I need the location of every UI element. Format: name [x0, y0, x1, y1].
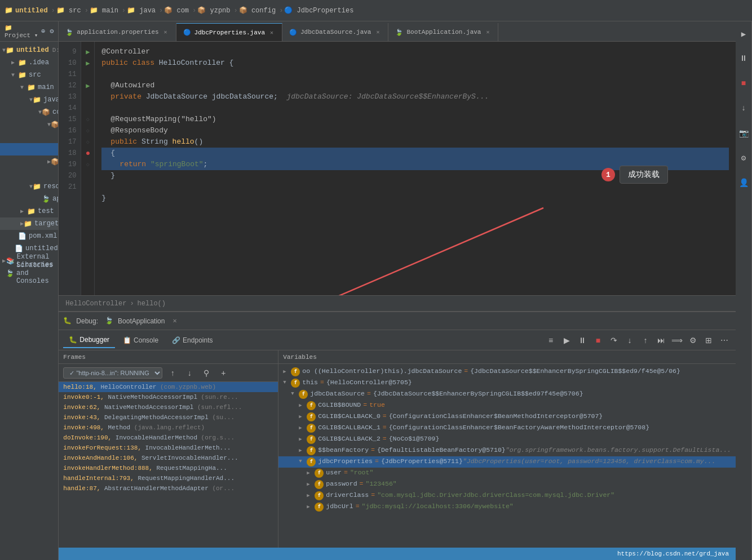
tree-item-config[interactable]: ▼ 📦 config [0, 118, 58, 131]
camera-icon-btn[interactable]: 📷 [736, 125, 751, 141]
frame-item-4[interactable]: doInvoke:190, InvocableHandlerMethod (or… [59, 433, 278, 443]
frames-label: Frames [63, 354, 86, 361]
tree-label: .idea [29, 59, 49, 66]
frames-add-btn[interactable]: + [216, 366, 230, 380]
tree-label: untitled [16, 46, 49, 54]
sidebar-settings-icon[interactable]: ⚙ [50, 27, 54, 35]
frames-filter-btn[interactable]: ⚲ [200, 366, 213, 380]
breadcrumb-src: 📁 src [56, 6, 81, 15]
sidebar-tree: ▼ 📁 untitled D:\IdeaProjects\untitled ▶ … [0, 42, 58, 560]
variables-list: ▶ f oo ((HelloController)this).jdbcDataS… [278, 364, 736, 548]
sidebar-title: 📁 Project ▾ [5, 24, 41, 39]
frame-item-1[interactable]: invoke:62, NativeMethodAccessorImpl (sun… [59, 402, 278, 412]
breadcrumb-method: hello() [138, 300, 166, 308]
tree-item-untitled[interactable]: ▼ 📁 untitled D:\IdeaProjects\untitled [0, 44, 58, 56]
debug-tab-close[interactable]: ✕ [172, 317, 176, 325]
layout-btn[interactable]: ⊞ [702, 334, 715, 347]
frame-item-5[interactable]: invokeForRequest:138, InvocableHandlerMe… [59, 443, 278, 453]
line-numbers: 9 10 11 12 13 14 15 16 17 18 19 20 21 [59, 42, 81, 295]
frames-down-btn[interactable]: ↓ [183, 366, 196, 380]
frame-item-7[interactable]: invokeHandlerMethod:888, RequestMappingH… [59, 463, 278, 473]
resume-btn[interactable]: ▶ [560, 334, 573, 347]
var-cglib-bound[interactable]: ▶ f CGLIB$BOUND = true [278, 400, 736, 411]
var-jdbcproperties[interactable]: ▼ f jdbcProperties = {JdbcProperties@571… [278, 456, 736, 468]
tree-arrow: ▶ [11, 59, 18, 66]
tab-bootapplication[interactable]: 🍃 BootApplication.java ✕ [388, 23, 498, 41]
tree-item-jdbcproperties[interactable]: ▶ 🔵 JdbcProperties [0, 143, 58, 155]
var-this[interactable]: ▼ f this = {HelloController@5705} [278, 377, 736, 389]
var-driverclass[interactable]: ▶ f driverClass = "com.mysql.jdbc.Driver… [278, 490, 736, 501]
tree-item-scratches[interactable]: ▶ 🍃 Scratches and Consoles [0, 267, 58, 279]
var-icon-f: f [307, 424, 316, 433]
tab-close-icon[interactable]: ✕ [162, 29, 169, 35]
step-into-btn[interactable]: ↓ [623, 334, 636, 347]
evaluate-btn[interactable]: ⟹ [670, 334, 684, 347]
debug-area: 🐛 Debug: 🍃 BootApplication ✕ 🐛 Debugger … [59, 311, 736, 548]
tree-item-web[interactable]: ▶ 📦 web [0, 155, 58, 168]
tree-item-bootapp[interactable]: ▶ 🍃 BootApplication [0, 168, 58, 180]
step-over-btn[interactable]: ↷ [607, 334, 621, 347]
endpoints-tab[interactable]: 🔗 Endpoints [166, 332, 218, 348]
tree-item-comyzpnb[interactable]: ▼ 📦 com.yzpnb [0, 106, 58, 118]
var-jdbcdatasource[interactable]: ▼ f jdbcDataSource = {JdbcDataSource$$En… [278, 389, 736, 400]
var-jdbcurl[interactable]: ▶ f jdbcUrl = "jdbc:mysql://localhost:33… [278, 501, 736, 513]
tree-item-idea[interactable]: ▶ 📁 .idea [0, 56, 58, 69]
frame-item-0[interactable]: invoke0:-1, NativeMethodAccessorImpl (su… [59, 392, 278, 402]
tab-close-icon[interactable]: ✕ [484, 29, 491, 35]
pause-btn[interactable]: ⏸ [576, 334, 589, 347]
debugger-tab[interactable]: 🐛 Debugger [63, 332, 115, 348]
step-out-btn[interactable]: ↑ [639, 334, 652, 347]
thread-selector[interactable]: ✓ "http-nio-8...in": RUNNING [63, 367, 162, 379]
tab-jdbcproperties[interactable]: 🔵 JdbcProperties.java ✕ [176, 23, 282, 41]
breakpoint-icon[interactable]: ● [86, 149, 90, 158]
editor-content[interactable]: 9 10 11 12 13 14 15 16 17 18 19 20 21 ▶ [59, 42, 736, 295]
frame-item-3[interactable]: invoke:498, Method (java.lang.reflect) [59, 423, 278, 433]
tree-item-src[interactable]: ▼ 📁 src [0, 69, 58, 81]
tree-label: src [29, 71, 41, 79]
debug-panels: Frames ✓ "http-nio-8...in": RUNNING ↑ ↓ … [59, 350, 736, 548]
frames-up-btn[interactable]: ↑ [166, 366, 179, 380]
tree-item-pomxml[interactable]: ▶ 📄 pom.xml [0, 230, 58, 242]
frame-item-2[interactable]: invoke:43, DelegatingMethodAccessorImpl … [59, 412, 278, 423]
tab-close-icon[interactable]: ✕ [268, 29, 275, 36]
stop-btn[interactable]: ■ [591, 334, 605, 347]
var-cglib-callback2[interactable]: ▶ f CGLIB$CALLBACK_2 = {NoCo$1@5709} [278, 434, 736, 445]
frame-item-8[interactable]: handleInternal:793, RequestMappingHandle… [59, 473, 278, 483]
tree-item-resources[interactable]: ▼ 📁 resources [0, 180, 58, 193]
pause-icon-btn[interactable]: ⏸ [736, 51, 751, 66]
code-line-14 [101, 103, 729, 114]
tree-item-appprops[interactable]: ▶ 🍃 application.properties [0, 193, 58, 205]
frame-item-6[interactable]: invokeAndHandle:106, ServletInvocableHan… [59, 453, 278, 463]
folder-icon: 📁 [24, 220, 32, 228]
tab-close-icon[interactable]: ✕ [374, 29, 381, 35]
tree-item-test[interactable]: ▶ 📁 test [0, 205, 58, 217]
folder-icon: 📁 [18, 71, 26, 79]
tree-item-target[interactable]: ▶ 📁 target [0, 217, 58, 230]
frame-item-9[interactable]: handle:87, AbstractHandlerMethodAdapter … [59, 483, 278, 494]
run-to-cursor-btn[interactable]: ⏭ [654, 334, 668, 347]
tree-item-java[interactable]: ▼ 📁 java [0, 94, 58, 106]
var-user[interactable]: ▶ f user = "root" [278, 468, 736, 479]
var-password[interactable]: ▶ f password = "123456" [278, 479, 736, 490]
sidebar-add-icon[interactable]: ⊕ [41, 27, 45, 35]
var-beanfactory[interactable]: ▶ f $$beanFactory = {DefaultListableBean… [278, 445, 736, 456]
play-icon-btn[interactable]: ▶ [736, 26, 751, 42]
settings-icon-btn[interactable]: ⚙ [736, 150, 751, 166]
frames-panel: Frames ✓ "http-nio-8...in": RUNNING ↑ ↓ … [59, 350, 278, 548]
tree-item-main[interactable]: ▼ 📁 main [0, 81, 58, 94]
var-cglib-callback0[interactable]: ▶ f CGLIB$CALLBACK_0 = {ConfigurationCla… [278, 411, 736, 423]
breadcrumb-class: 🔵 JdbcProperties [284, 6, 353, 15]
more-btn[interactable]: ⋯ [718, 334, 731, 347]
var-cglib-callback1[interactable]: ▶ f CGLIB$CALLBACK_1 = {ConfigurationCla… [278, 423, 736, 434]
person-icon-btn[interactable]: 👤 [736, 175, 751, 190]
settings-btn[interactable]: ⚙ [686, 334, 700, 347]
tree-item-jdbcdatasource[interactable]: ▶ 🔵 JdbcDataSource [0, 131, 58, 143]
tab-application-properties[interactable]: 🍃 application.properties ✕ [59, 23, 176, 41]
step-icon-btn[interactable]: ↓ [736, 100, 751, 116]
rerun-btn[interactable]: ≡ [544, 334, 558, 347]
frame-item-hello[interactable]: hello:18, HelloController (com.yzpnb.web… [59, 382, 278, 392]
console-tab[interactable]: 📋 Console [117, 332, 164, 348]
var-oo-jdbc[interactable]: ▶ f oo ((HelloController)this).jdbcDataS… [278, 366, 736, 377]
stop-icon-btn[interactable]: ■ [736, 75, 751, 91]
tab-jdbcdatasource[interactable]: 🔵 JdbcDataSource.java ✕ [282, 23, 388, 41]
